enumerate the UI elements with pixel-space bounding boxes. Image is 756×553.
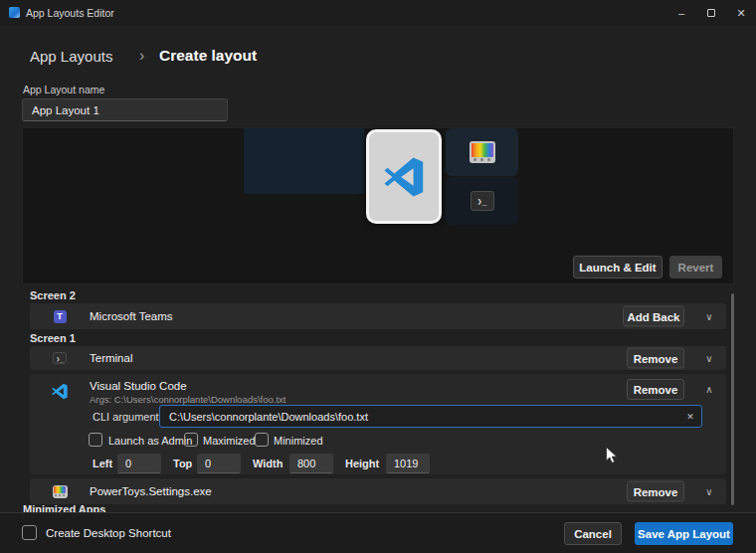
powertoys-settings-icon bbox=[470, 141, 495, 163]
tile-terminal[interactable]: ❯_ bbox=[446, 177, 518, 225]
microsoft-teams-icon: T bbox=[54, 310, 67, 323]
app-layouts-editor-window: App Layouts Editor – ✕ App Layouts › Cre… bbox=[0, 0, 756, 553]
app-row-powertoys-settings[interactable]: PowerToys.Settings.exe Remove ∨ bbox=[30, 478, 726, 504]
add-back-button[interactable]: Add Back bbox=[623, 306, 684, 327]
remove-button[interactable]: Remove bbox=[627, 379, 684, 400]
top-input[interactable] bbox=[197, 454, 241, 473]
preview-app-tiles: ❯_ bbox=[446, 128, 518, 225]
selected-app-card-vscode[interactable] bbox=[366, 129, 442, 224]
window-title: App Layouts Editor bbox=[26, 7, 114, 19]
app-row-vscode-expanded: Visual Studio Code Args: C:\Users\connor… bbox=[30, 374, 726, 474]
breadcrumb-app-layouts[interactable]: App Layouts bbox=[30, 48, 112, 65]
app-row-name: Visual Studio Code bbox=[90, 380, 187, 392]
terminal-icon: ❯_ bbox=[471, 191, 494, 211]
height-label: Height bbox=[345, 458, 379, 469]
maximized-label: Maximized bbox=[203, 435, 256, 447]
chevron-down-icon[interactable]: ∨ bbox=[700, 482, 718, 500]
vscode-icon bbox=[52, 383, 68, 400]
minimized-label: Minimized bbox=[274, 435, 323, 447]
remove-button[interactable]: Remove bbox=[627, 481, 684, 502]
chevron-up-icon[interactable]: ∧ bbox=[700, 380, 718, 398]
tile-powertoys-settings[interactable] bbox=[446, 128, 518, 176]
app-row-name: Terminal bbox=[90, 352, 132, 364]
launch-and-edit-button[interactable]: Launch & Edit bbox=[573, 256, 662, 278]
layout-preview-panel: ❯_ Launch & Edit Revert bbox=[22, 127, 734, 284]
maximized-checkbox[interactable] bbox=[184, 433, 198, 447]
left-input[interactable] bbox=[117, 454, 161, 473]
maximize-button[interactable] bbox=[696, 0, 726, 26]
top-label: Top bbox=[173, 458, 192, 469]
app-row-microsoft-teams[interactable]: T Microsoft Teams Add Back ∨ bbox=[30, 303, 726, 329]
chevron-right-icon: › bbox=[139, 47, 144, 65]
layout-name-input[interactable] bbox=[22, 98, 228, 121]
screen-2-header: Screen 2 bbox=[30, 289, 76, 301]
minimize-button[interactable]: – bbox=[666, 0, 696, 26]
revert-button: Revert bbox=[669, 256, 722, 278]
screen-1-header: Screen 1 bbox=[30, 332, 76, 344]
cli-arguments-input[interactable] bbox=[159, 405, 702, 428]
page-title: Create layout bbox=[159, 47, 257, 65]
preview-screen-region bbox=[244, 128, 364, 194]
app-row-terminal[interactable]: ❯_ Terminal Remove ∨ bbox=[30, 346, 726, 370]
close-button[interactable]: ✕ bbox=[726, 0, 756, 26]
cancel-button[interactable]: Cancel bbox=[564, 522, 622, 545]
create-desktop-shortcut-checkbox[interactable] bbox=[22, 525, 37, 540]
vscode-icon bbox=[384, 157, 424, 197]
maximize-icon bbox=[707, 9, 715, 17]
app-row-name: PowerToys.Settings.exe bbox=[90, 485, 212, 497]
save-app-layout-button[interactable]: Save App Layout bbox=[635, 522, 733, 545]
vertical-scrollbar[interactable] bbox=[731, 293, 734, 505]
launch-as-admin-label: Launch as Admin bbox=[108, 435, 192, 447]
launch-as-admin-checkbox[interactable] bbox=[89, 433, 102, 447]
create-desktop-shortcut-label: Create Desktop Shortcut bbox=[46, 527, 171, 539]
app-row-name: Microsoft Teams bbox=[90, 310, 173, 322]
minimized-checkbox[interactable] bbox=[255, 433, 269, 447]
layout-name-label: App Layout name bbox=[23, 84, 104, 95]
chevron-down-icon[interactable]: ∨ bbox=[700, 349, 718, 367]
remove-button[interactable]: Remove bbox=[627, 348, 684, 369]
title-bar: App Layouts Editor – ✕ bbox=[0, 0, 756, 26]
width-input[interactable] bbox=[289, 454, 333, 473]
terminal-icon: ❯_ bbox=[53, 352, 67, 364]
powertoys-settings-icon bbox=[53, 485, 68, 498]
cli-arguments-label: CLI arguments bbox=[93, 411, 164, 423]
app-args-subtitle: Args: C:\Users\connorplante\Downloads\fo… bbox=[90, 394, 285, 405]
height-input[interactable] bbox=[386, 454, 430, 473]
powertoys-app-icon bbox=[9, 7, 20, 18]
left-label: Left bbox=[93, 458, 112, 469]
clear-input-icon[interactable]: ✕ bbox=[682, 409, 698, 425]
chevron-down-icon[interactable]: ∨ bbox=[700, 307, 718, 325]
footer-bar: Create Desktop Shortcut Cancel Save App … bbox=[0, 512, 756, 553]
width-label: Width bbox=[253, 458, 283, 469]
mouse-cursor bbox=[605, 447, 620, 464]
